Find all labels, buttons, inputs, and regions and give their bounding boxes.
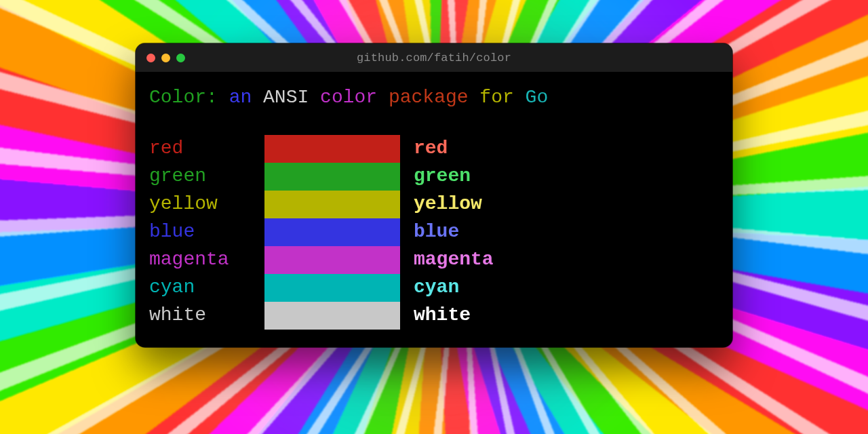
terminal-body: Color: an ANSI color package for Go redr… [136, 72, 732, 347]
color-row-magenta: magentamagenta [149, 246, 719, 274]
color-label: magenta [149, 246, 264, 274]
terminal-window: github.com/fatih/color Color: an ANSI co… [136, 43, 732, 347]
headline-word [309, 87, 320, 108]
color-bright-label: magenta [414, 246, 719, 274]
color-bright-label: white [414, 302, 719, 330]
gap [400, 274, 414, 302]
color-swatch [264, 274, 400, 302]
headline-word: package [389, 87, 469, 108]
gap [400, 246, 414, 274]
color-label: red [149, 135, 264, 163]
color-label: cyan [149, 274, 264, 302]
color-label: white [149, 302, 264, 330]
color-table: redredgreengreenyellowyellowbluebluemage… [149, 135, 719, 330]
headline-word: for [479, 87, 513, 108]
headline-word: color [320, 87, 377, 108]
headline-word [252, 87, 263, 108]
close-icon[interactable] [146, 54, 155, 62]
color-row-green: greengreen [149, 163, 719, 191]
gap [400, 135, 414, 163]
color-swatch [264, 163, 400, 191]
color-bright-label: cyan [414, 274, 719, 302]
headline-word: Go [526, 87, 549, 108]
window-title: github.com/fatih/color [136, 52, 732, 64]
color-label: blue [149, 218, 264, 246]
gap [400, 302, 414, 330]
color-swatch [264, 218, 400, 246]
color-row-yellow: yellowyellow [149, 191, 719, 218]
minimize-icon[interactable] [161, 54, 170, 62]
color-bright-label: yellow [414, 191, 719, 218]
color-label: green [149, 163, 264, 191]
zoom-icon[interactable] [176, 54, 185, 62]
gap [400, 191, 414, 218]
color-swatch [264, 302, 400, 330]
color-row-cyan: cyancyan [149, 274, 719, 302]
titlebar: github.com/fatih/color [136, 43, 732, 72]
color-row-red: redred [149, 135, 719, 163]
headline-word [469, 87, 480, 108]
gap [400, 163, 414, 191]
headline-word [514, 87, 526, 108]
color-bright-label: green [414, 163, 719, 191]
color-swatch [264, 246, 400, 274]
headline-word [377, 87, 389, 108]
headline-word: an [229, 87, 252, 108]
traffic-lights [136, 54, 185, 62]
color-bright-label: blue [414, 218, 719, 246]
color-row-white: whitewhite [149, 302, 719, 330]
headline-word: Color: [149, 87, 218, 108]
headline-word [218, 87, 229, 108]
color-row-blue: blueblue [149, 218, 719, 246]
color-swatch [264, 135, 400, 163]
headline-word: ANSI [263, 87, 309, 108]
color-label: yellow [149, 191, 264, 218]
color-bright-label: red [414, 135, 719, 163]
color-swatch [264, 191, 400, 218]
gap [400, 218, 414, 246]
headline: Color: an ANSI color package for Go [149, 84, 719, 112]
